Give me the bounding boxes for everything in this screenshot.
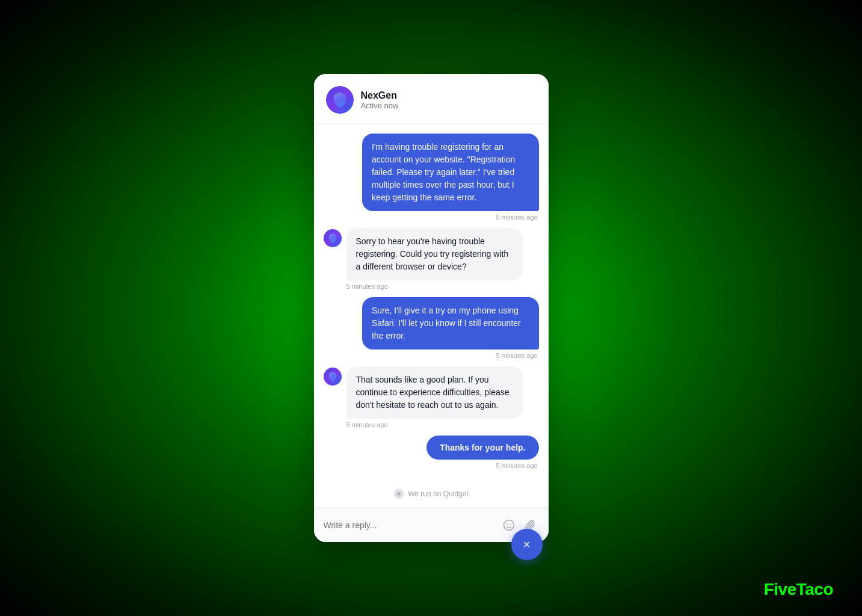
reply-input[interactable] [324,520,496,530]
agent-name: NexGen [361,90,399,101]
bot-avatar-small [324,229,342,247]
svg-point-3 [510,524,511,525]
quidget-icon [393,488,404,499]
close-button[interactable]: × [511,529,543,560]
svg-point-1 [503,520,514,531]
brand-watermark: FiveTaco [764,580,833,599]
user-message-1: I'm having trouble registering for an ac… [362,134,539,211]
bot-avatar-small-2 [324,368,342,386]
user-message-2: Sure, I'll give it a try on my phone usi… [362,297,539,350]
powered-by-text: We run on Quidget [408,490,469,498]
messages-area: I'm having trouble registering for an ac… [314,124,549,484]
chat-header: NexGen Active now [314,74,549,124]
list-item: Thanks for your help. [324,436,539,460]
avatar [326,86,354,114]
timestamp: 5 minutes ago [324,283,539,290]
emoji-icon[interactable] [500,517,517,534]
bot-message-1: Sorry to hear you're having trouble regi… [346,228,523,280]
agent-status: Active now [361,101,399,110]
chat-widget: NexGen Active now I'm having trouble reg… [314,74,549,542]
timestamp: 5 minutes ago [324,462,539,469]
list-item: Sorry to hear you're having trouble regi… [324,228,539,280]
chat-container: NexGen Active now I'm having trouble reg… [314,74,549,542]
timestamp: 5 minutes ago [324,352,539,359]
table-row: I'm having trouble registering for an ac… [324,134,539,211]
bot-message-2: That sounds like a good plan. If you con… [346,366,523,419]
timestamp: 5 minutes ago [324,421,539,428]
powered-by-footer: We run on Quidget [314,484,549,508]
list-item: Sure, I'll give it a try on my phone usi… [324,297,539,350]
thanks-button: Thanks for your help. [426,436,538,460]
list-item: That sounds like a good plan. If you con… [324,366,539,419]
svg-point-2 [506,524,508,525]
header-info: NexGen Active now [361,90,399,110]
timestamp: 5 minutes ago [324,214,539,221]
